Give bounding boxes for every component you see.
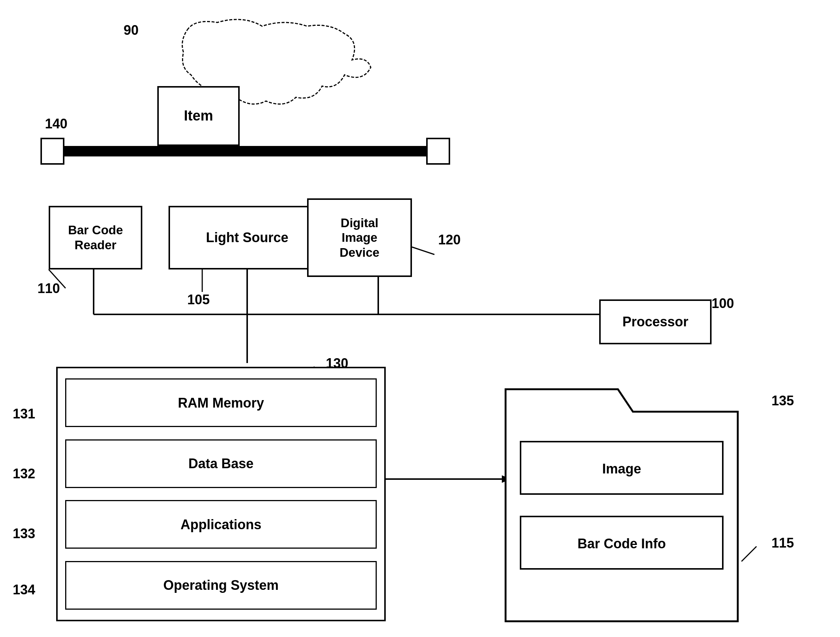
bar-code-reader-box: Bar Code Reader bbox=[49, 206, 142, 270]
data-base-box: Data Base bbox=[65, 439, 377, 488]
ram-memory-label: RAM Memory bbox=[178, 395, 264, 411]
processor-label: Processor bbox=[622, 314, 688, 330]
bar-code-reader-label: Bar Code Reader bbox=[68, 223, 123, 252]
svg-rect-1 bbox=[41, 139, 64, 164]
svg-rect-0 bbox=[49, 146, 442, 156]
item-box: Item bbox=[157, 86, 240, 146]
label-135: 135 bbox=[772, 393, 794, 409]
label-110: 110 bbox=[38, 281, 60, 296]
processor-box: Processor bbox=[599, 300, 712, 344]
label-105: 105 bbox=[187, 292, 210, 307]
svg-text:Bar Code Info: Bar Code Info bbox=[578, 536, 666, 551]
label-90: 90 bbox=[123, 22, 139, 38]
diagram: 90 140 Item 110 Bar Code Reader 105 Ligh… bbox=[0, 0, 840, 637]
label-132: 132 bbox=[13, 465, 35, 482]
folder-shape: Image Bar Code Info bbox=[498, 382, 745, 636]
label-140: 140 bbox=[45, 116, 68, 132]
label-131: 131 bbox=[13, 406, 35, 422]
label-133: 133 bbox=[13, 525, 35, 542]
light-source-label: Light Source bbox=[206, 229, 288, 246]
applications-box: Applications bbox=[65, 500, 377, 549]
operating-system-label: Operating System bbox=[163, 577, 279, 593]
svg-text:Image: Image bbox=[602, 461, 641, 476]
digital-image-device-label: Digital Image Device bbox=[339, 216, 379, 260]
operating-system-box: Operating System bbox=[65, 561, 377, 610]
label-100: 100 bbox=[712, 296, 734, 311]
memory-outer-box: 131 RAM Memory 132 Data Base 133 Applica… bbox=[56, 367, 386, 621]
ram-memory-box: RAM Memory bbox=[65, 378, 377, 427]
svg-rect-2 bbox=[427, 139, 449, 164]
label-120: 120 bbox=[438, 232, 461, 248]
label-115: 115 bbox=[772, 535, 794, 551]
light-source-box: Light Source bbox=[169, 206, 326, 270]
label-134: 134 bbox=[13, 582, 35, 598]
item-label: Item bbox=[184, 107, 213, 125]
data-base-label: Data Base bbox=[188, 456, 254, 471]
applications-label: Applications bbox=[180, 517, 261, 533]
svg-line-12 bbox=[412, 247, 434, 254]
digital-image-device-box: Digital Image Device bbox=[307, 199, 412, 277]
